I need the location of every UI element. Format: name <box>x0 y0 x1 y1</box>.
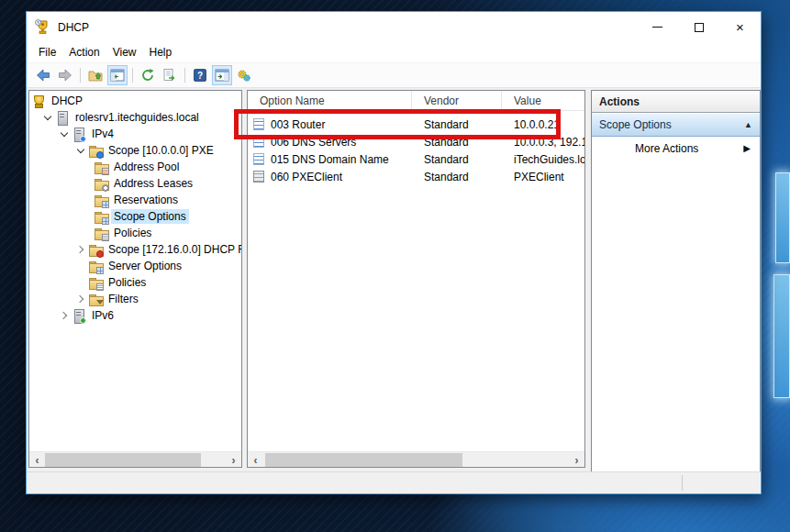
tree-item-label: Filters <box>106 292 141 306</box>
option-name-text: 015 DNS Domain Name <box>271 153 389 166</box>
export-list-icon <box>162 68 177 83</box>
server-icon <box>55 111 70 125</box>
tree-item-ipv6[interactable]: IPv6 <box>29 307 241 324</box>
actions-panel: Actions Scope Options ▲ More Actions ▶ <box>591 90 761 474</box>
value-cell: PXEClient <box>502 171 584 183</box>
back-button[interactable] <box>33 65 53 85</box>
chevron-expanded-icon[interactable] <box>57 127 72 141</box>
table-row[interactable]: 060 PXEClientStandardPXEClient <box>248 168 584 185</box>
console-content: DHCProlesrv1.itechguides.localIPv4Scope … <box>27 88 761 471</box>
tree-item-policies[interactable]: Policies <box>29 274 241 291</box>
refresh-button[interactable] <box>138 65 158 85</box>
export-list-button[interactable] <box>160 65 180 85</box>
dhcp-tree: DHCProlesrv1.itechguides.localIPv4Scope … <box>29 93 241 324</box>
tree-item-address-pool[interactable]: Address Pool <box>29 159 241 175</box>
trophy-icon <box>31 94 46 108</box>
refresh-icon <box>140 68 155 83</box>
tree-item-policies[interactable]: Policies <box>29 225 241 241</box>
tree-item-reservations[interactable]: Reservations <box>29 192 241 208</box>
folder-scroll-icon <box>94 227 108 240</box>
up-one-level-button[interactable] <box>85 65 106 85</box>
chevron-collapsed-icon[interactable] <box>57 308 72 323</box>
tree-item-address-leases[interactable]: Address Leases <box>29 175 241 192</box>
menu-view[interactable]: View <box>106 43 143 61</box>
menu-help[interactable]: Help <box>143 43 179 61</box>
tree-item-scope-options[interactable]: Scope Options <box>29 208 241 225</box>
tree-item-label: Reservations <box>111 193 181 207</box>
chevron-expanded-icon[interactable] <box>40 110 55 125</box>
tree-item-label: rolesrv1.itechguides.local <box>72 110 202 125</box>
properties-button[interactable] <box>234 65 254 85</box>
show-action-pane-button[interactable] <box>212 65 232 85</box>
list-horizontal-scrollbar[interactable]: ‹ › <box>248 451 584 467</box>
tree-item-server-options[interactable]: Server Options <box>29 258 241 274</box>
submenu-arrow-icon: ▶ <box>743 143 751 153</box>
scroll-right-arrow[interactable]: › <box>569 452 584 468</box>
folder-grid-icon <box>88 260 103 273</box>
scrollbar-thumb[interactable] <box>45 453 201 467</box>
list-header: Option Name Vendor Value <box>248 91 584 111</box>
actions-group-scope-options[interactable]: Scope Options ▲ <box>592 114 760 137</box>
vendor-cell: Standard <box>412 171 502 183</box>
tree-item-scope-10-0-0-0-pxe[interactable]: Scope [10.0.0.0] PXE <box>29 142 241 159</box>
tree-item-filters[interactable]: Filters <box>29 291 241 307</box>
scroll-left-arrow[interactable]: ‹ <box>248 452 263 468</box>
forward-arrow-icon <box>58 68 72 83</box>
tree-item-label: Scope [172.16.0.0] DHCP Rela <box>106 242 242 257</box>
folder-up-icon <box>88 68 103 83</box>
option-name-text: 060 PXEClient <box>271 171 342 183</box>
vendor-cell: Standard <box>412 153 502 166</box>
chevron-collapsed-icon[interactable] <box>73 242 88 257</box>
show-console-tree-button[interactable] <box>107 65 128 85</box>
tree-item-label: Policies <box>106 275 149 290</box>
option-name-cell: 015 DNS Domain Name <box>248 153 412 166</box>
tree-item-label: Address Leases <box>111 176 195 191</box>
option-list-icon <box>253 153 264 165</box>
forward-button[interactable] <box>55 65 75 85</box>
tree-item-label: Scope Options <box>111 209 189 224</box>
scroll-right-arrow[interactable]: › <box>226 452 241 468</box>
column-option-name[interactable]: Option Name <box>248 91 412 110</box>
folder-grid-icon <box>94 194 108 207</box>
folder-badge-red-icon <box>88 243 103 257</box>
more-actions-item[interactable]: More Actions ▶ <box>592 137 760 160</box>
help-button[interactable]: ? <box>190 65 210 85</box>
toolbar-separator <box>132 68 133 83</box>
menu-action[interactable]: Action <box>62 43 106 61</box>
table-row[interactable]: 015 DNS Domain NameStandardiTechGuides.l… <box>248 150 584 168</box>
red-highlight-annotation <box>234 109 561 139</box>
collapse-arrow-icon[interactable]: ▲ <box>744 120 752 129</box>
close-button[interactable]: × <box>719 12 761 42</box>
scroll-left-arrow[interactable]: ‹ <box>29 452 45 468</box>
tree-item-rolesrv1-itechguides-local[interactable]: rolesrv1.itechguides.local <box>29 109 241 126</box>
scrollbar-thumb[interactable] <box>265 453 462 467</box>
tree-item-label: IPv6 <box>89 308 117 323</box>
tree-item-scope-172-16-0-0-dhcp-rela[interactable]: Scope [172.16.0.0] DHCP Rela <box>29 241 241 258</box>
status-bar <box>27 471 761 493</box>
folder-clock-icon <box>94 177 108 191</box>
status-bar-divider <box>682 475 683 491</box>
minimize-button[interactable] <box>637 12 678 42</box>
chevron-collapsed-icon[interactable] <box>73 292 88 306</box>
help-icon: ? <box>193 68 207 83</box>
chevron-spacer <box>73 275 88 290</box>
folder-scroll-icon <box>88 276 103 290</box>
tree-horizontal-scrollbar[interactable]: ‹ › <box>29 451 241 467</box>
toolbar-separator <box>184 68 185 83</box>
maximize-icon <box>695 23 704 32</box>
menu-bar: File Action View Help <box>27 42 761 63</box>
gears-icon <box>237 68 251 83</box>
tree-item-dhcp[interactable]: DHCP <box>29 93 241 109</box>
column-value[interactable]: Value <box>502 91 584 110</box>
svg-text:?: ? <box>197 71 203 81</box>
titlebar: DHCP × <box>27 12 761 42</box>
chevron-spacer <box>73 259 88 273</box>
tree-item-ipv4[interactable]: IPv4 <box>29 126 241 142</box>
menu-file[interactable]: File <box>32 43 62 61</box>
maximize-button[interactable] <box>678 12 719 42</box>
minimize-icon <box>652 27 662 28</box>
column-vendor[interactable]: Vendor <box>412 91 502 110</box>
folder-badge-blue-icon <box>88 144 103 158</box>
chevron-expanded-icon[interactable] <box>73 143 88 158</box>
wallpaper-window-pane <box>773 274 790 398</box>
